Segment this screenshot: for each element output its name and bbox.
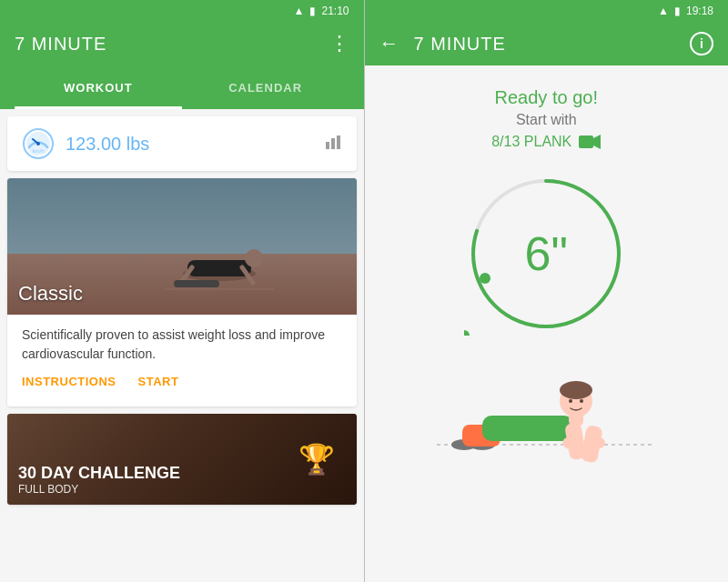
right-content: Ready to go! Start with 8/13 PLANK	[365, 65, 729, 582]
challenge-sub-text: FULL BODY	[18, 483, 180, 496]
timer-display: 6"	[525, 226, 568, 281]
pushup-person-icon	[147, 233, 292, 306]
svg-point-3	[36, 142, 40, 146]
challenge-card[interactable]: 30 DAY CHALLENGE FULL BODY 🏆	[7, 414, 357, 505]
svg-rect-5	[326, 142, 329, 149]
timer-end-dot	[480, 273, 490, 284]
more-menu-button[interactable]: ⋮	[329, 32, 349, 55]
signal-icon-left: ▲	[294, 5, 305, 17]
right-app-title: 7 MINUTE	[414, 34, 676, 55]
svg-rect-6	[331, 138, 335, 149]
svg-rect-15	[579, 135, 593, 148]
video-icon[interactable]	[579, 134, 601, 150]
right-header: ▲ ▮ 19:18 ← 7 MINUTE i	[365, 0, 729, 65]
svg-rect-21	[482, 416, 573, 441]
exercise-illustration	[419, 363, 673, 472]
svg-point-28	[560, 381, 592, 399]
svg-rect-13	[174, 280, 219, 287]
trophy-icon: 🏆	[298, 442, 335, 477]
timer-container: 6"	[464, 172, 628, 336]
challenge-main-text: 30 DAY CHALLENGE	[18, 464, 180, 483]
title-row-left: 7 MINUTE ⋮	[15, 22, 349, 65]
svg-point-29	[569, 399, 572, 403]
start-with-text: Start with	[516, 112, 577, 128]
challenge-label: 30 DAY CHALLENGE FULL BODY	[18, 464, 180, 496]
svg-point-24	[562, 436, 581, 449]
workout-desc-text: Scientifically proven to assist weight l…	[22, 326, 342, 364]
ready-text: Ready to go!	[495, 87, 598, 108]
workout-label: Classic	[18, 282, 83, 306]
app-title-left: 7 MINUTE	[15, 34, 106, 55]
svg-point-30	[580, 399, 583, 403]
battery-icon-right: ▮	[674, 5, 681, 17]
workout-image: Classic	[7, 178, 357, 315]
weight-left: km/h 123.00 lbs	[22, 127, 149, 160]
tabs-row: WORKOUT CALENDAR	[15, 65, 349, 109]
svg-rect-7	[337, 135, 340, 149]
workout-description: Scientifically proven to assist weight l…	[7, 315, 357, 406]
bar-chart-icon	[324, 133, 342, 151]
left-content: km/h 123.00 lbs	[0, 109, 364, 582]
start-button[interactable]: START	[138, 375, 179, 388]
left-panel: ▲ ▮ 21:10 7 MINUTE ⋮ WORKOUT CALENDAR	[0, 0, 364, 582]
signal-icon-right: ▲	[658, 5, 669, 17]
back-button[interactable]: ←	[379, 32, 399, 55]
plank-illustration-icon	[419, 363, 673, 472]
speedometer-icon: km/h	[22, 127, 55, 160]
weight-value: 123.00 lbs	[66, 134, 149, 155]
tab-workout[interactable]: WORKOUT	[15, 65, 182, 109]
status-bar-right: ▲ ▮ 19:18	[379, 0, 714, 22]
chart-icon[interactable]	[324, 133, 342, 156]
info-button[interactable]: i	[690, 32, 713, 55]
status-bar-left: ▲ ▮ 21:10	[15, 0, 349, 22]
exercise-info: 8/13 PLANK	[491, 134, 601, 150]
weight-card: km/h 123.00 lbs	[7, 116, 357, 171]
time-right: 19:18	[686, 5, 713, 17]
right-panel: ▲ ▮ 19:18 ← 7 MINUTE i Ready to go! Star…	[365, 0, 729, 582]
workout-card: Classic Scientifically proven to assist …	[7, 178, 357, 406]
right-title-row: ← 7 MINUTE i	[379, 22, 714, 65]
exercise-name: 8/13 PLANK	[491, 134, 571, 150]
battery-icon-left: ▮	[309, 5, 316, 17]
time-left: 21:10	[321, 5, 349, 17]
svg-marker-16	[593, 135, 601, 149]
instructions-button[interactable]: INSTRUCTIONS	[22, 375, 116, 388]
svg-point-25	[587, 436, 605, 449]
tab-calendar[interactable]: CALENDAR	[182, 65, 349, 109]
svg-point-10	[245, 249, 263, 267]
svg-text:km/h: km/h	[32, 148, 44, 154]
left-header: ▲ ▮ 21:10 7 MINUTE ⋮ WORKOUT CALENDAR	[0, 0, 364, 109]
workout-actions: INSTRUCTIONS START	[22, 375, 342, 396]
